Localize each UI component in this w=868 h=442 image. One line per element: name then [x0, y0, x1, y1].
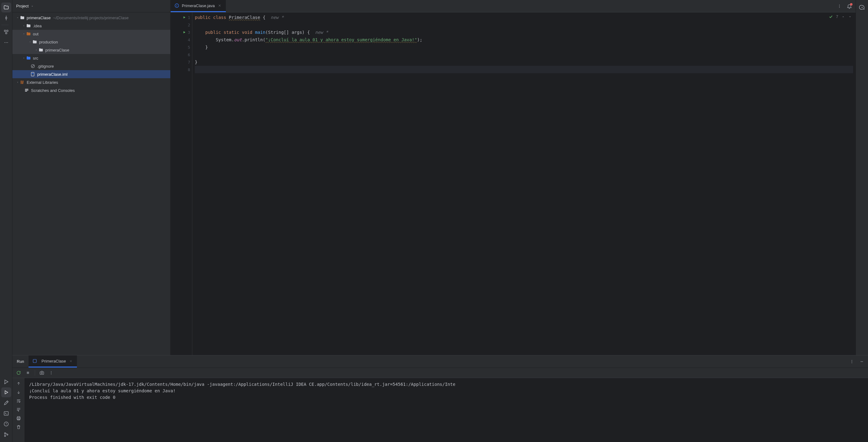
- svg-rect-14: [31, 72, 34, 76]
- svg-point-27: [862, 7, 862, 8]
- run-title: Run: [12, 355, 29, 367]
- tree-item-scratches[interactable]: Scratches and Consoles: [12, 86, 170, 94]
- screenshot-button[interactable]: [38, 369, 45, 377]
- run-config-name: PrimeraClase: [41, 359, 66, 363]
- folder-icon: [32, 39, 37, 45]
- tree-item-primeraclase-pkg[interactable]: primeraClase: [12, 46, 170, 54]
- inspection-widget[interactable]: 7: [829, 14, 852, 19]
- code-editor[interactable]: public class PrimeraClase { new * public…: [192, 12, 856, 355]
- run-line-marker-icon[interactable]: [182, 30, 186, 34]
- commit-tool-button[interactable]: [1, 13, 11, 23]
- chevron-down-icon[interactable]: [22, 32, 26, 35]
- tree-path: ~/Documents/intellij projects/primeraCla…: [53, 16, 128, 20]
- svg-rect-17: [22, 81, 22, 84]
- terminal-tool-button[interactable]: [1, 409, 11, 418]
- folder-icon: [38, 48, 43, 53]
- tree-label: .idea: [33, 24, 41, 28]
- gitignore-icon: [30, 64, 35, 68]
- build-tool-button[interactable]: [1, 398, 11, 408]
- svg-point-6: [7, 42, 8, 43]
- tree-label: primeraClase: [45, 48, 69, 53]
- chevron-right-icon[interactable]: [16, 81, 20, 84]
- svg-rect-3: [5, 33, 7, 34]
- tree-item-idea[interactable]: .idea: [12, 22, 170, 30]
- close-tab-button[interactable]: [217, 3, 222, 8]
- editor-gutter: 1 2 3 4 5 6 7 8: [170, 12, 192, 355]
- rerun-button[interactable]: [15, 369, 22, 377]
- svg-rect-28: [33, 359, 37, 363]
- run-tool-button[interactable]: [1, 387, 11, 397]
- console-line: /Library/Java/JavaVirtualMachines/jdk-17…: [29, 381, 864, 388]
- services-tool-button[interactable]: [1, 377, 11, 387]
- hide-run-button[interactable]: [858, 358, 866, 365]
- chevron-right-icon[interactable]: [34, 49, 38, 52]
- svg-rect-20: [25, 90, 29, 91]
- svg-rect-1: [4, 30, 6, 32]
- structure-tool-button[interactable]: [1, 27, 11, 37]
- soft-wrap-button[interactable]: [15, 397, 22, 405]
- project-tree[interactable]: primeraClase ~/Documents/intellij projec…: [12, 12, 170, 355]
- more-tool-button[interactable]: [1, 37, 11, 48]
- folder-source-icon: [26, 56, 31, 61]
- folder-excluded-icon: [26, 31, 31, 36]
- svg-rect-32: [27, 372, 29, 374]
- editor-more-button[interactable]: [836, 2, 843, 10]
- editor-area: C PrimeraClase.java 1 2 3 4 5 6: [170, 0, 856, 355]
- svg-point-36: [51, 373, 52, 373]
- run-actions-more-button[interactable]: [48, 369, 55, 377]
- tree-label: .gitignore: [37, 64, 54, 68]
- svg-point-37: [51, 374, 52, 374]
- tree-label: out: [33, 32, 38, 36]
- tree-label: primeraClase.iml: [37, 72, 68, 77]
- editor-tab-primeraclase[interactable]: C PrimeraClase.java: [170, 0, 226, 12]
- svg-point-12: [6, 434, 8, 435]
- scroll-up-button[interactable]: [15, 380, 22, 387]
- project-tool-button[interactable]: [1, 2, 11, 12]
- run-more-button[interactable]: [848, 358, 856, 365]
- folder-icon: [26, 23, 31, 28]
- ai-assistant-button[interactable]: [857, 2, 867, 12]
- folder-icon: [20, 15, 25, 20]
- tree-item-production[interactable]: production: [12, 38, 170, 46]
- chevron-down-icon[interactable]: [30, 4, 34, 8]
- tree-item-external-libs[interactable]: External Libraries: [12, 78, 170, 86]
- close-run-tab-button[interactable]: [68, 359, 73, 363]
- run-tool-window: Run PrimeraClase: [12, 355, 868, 442]
- activity-bar: [0, 0, 12, 442]
- project-title: Project: [16, 4, 29, 8]
- tree-label: production: [39, 40, 58, 45]
- stop-button[interactable]: [24, 369, 32, 377]
- run-config-tab[interactable]: PrimeraClase: [29, 355, 77, 367]
- tree-item-iml[interactable]: primeraClase.iml: [12, 70, 170, 78]
- console-line: ¡Concluí la aula 01 y ahora estoy sumerg…: [29, 388, 864, 394]
- scroll-to-end-button[interactable]: [15, 406, 22, 413]
- tree-item-out[interactable]: out: [12, 30, 170, 38]
- tree-root[interactable]: primeraClase ~/Documents/intellij projec…: [12, 14, 170, 22]
- project-header: Project: [12, 0, 170, 12]
- scratches-icon: [24, 88, 29, 93]
- chevron-up-icon[interactable]: [841, 15, 845, 19]
- chevron-right-icon[interactable]: [22, 24, 26, 27]
- run-console[interactable]: /Library/Java/JavaVirtualMachines/jdk-17…: [25, 378, 868, 442]
- tree-item-src[interactable]: src: [12, 54, 170, 62]
- scroll-down-button[interactable]: [15, 389, 22, 396]
- svg-rect-2: [6, 30, 8, 32]
- chevron-right-icon[interactable]: [22, 57, 26, 60]
- java-class-icon: C: [174, 3, 179, 8]
- print-button[interactable]: [15, 415, 22, 422]
- chevron-down-icon[interactable]: [28, 40, 32, 43]
- svg-rect-18: [23, 81, 24, 84]
- svg-point-0: [5, 18, 7, 19]
- tree-item-gitignore[interactable]: .gitignore: [12, 62, 170, 70]
- svg-rect-15: [32, 73, 33, 74]
- chevron-down-icon[interactable]: [16, 16, 20, 19]
- notifications-button[interactable]: [846, 2, 853, 10]
- console-line: Process finished with exit code 0: [29, 394, 864, 401]
- svg-rect-16: [21, 81, 22, 84]
- run-line-marker-icon[interactable]: [182, 16, 186, 19]
- problems-tool-button[interactable]: [1, 419, 11, 429]
- chevron-down-icon[interactable]: [848, 15, 852, 19]
- vcs-tool-button[interactable]: [1, 430, 11, 440]
- svg-rect-21: [25, 91, 27, 92]
- clear-all-button[interactable]: [15, 423, 22, 431]
